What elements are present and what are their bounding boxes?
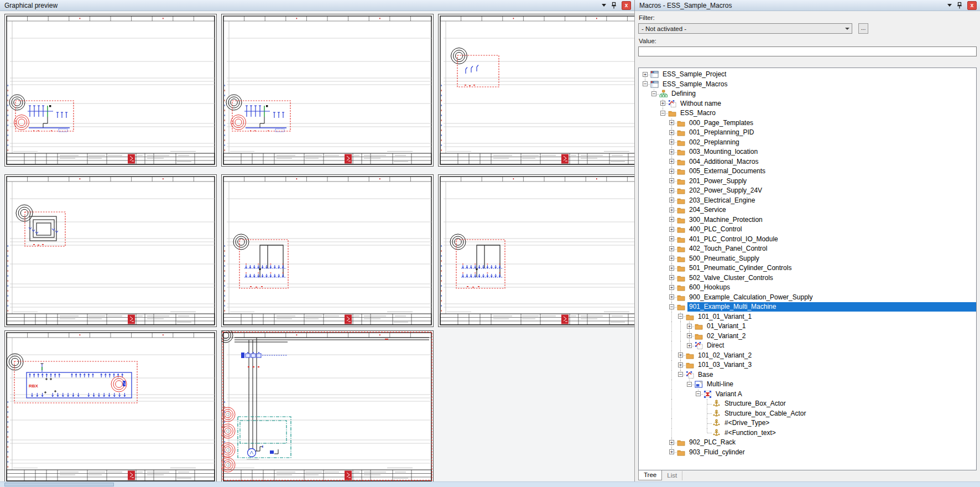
expand-icon[interactable]: + [669,275,674,280]
expand-icon[interactable]: + [643,72,648,77]
tree-item[interactable]: +902_PLC_Rack [639,438,976,448]
tree-item[interactable]: +202_Power_Supply_24V [639,186,976,196]
tree-item[interactable]: +ESS_Sample_Project [639,70,976,80]
expand-icon[interactable]: + [669,246,674,251]
panel-menu-icon[interactable] [602,4,606,7]
page-thumbnail-page-3[interactable] [438,14,634,167]
tree-item[interactable]: +903_Fluid_cylinder [639,448,976,458]
macros-title: Macros - ESS_Sample_Macros [637,2,947,9]
tree-item[interactable]: −ESS_Sample_Macros [639,80,976,90]
expand-icon[interactable]: + [669,236,674,241]
tree-item[interactable]: −Multi-line [639,380,976,390]
tree-item[interactable]: +401_PLC_Control_IO_Module [639,235,976,245]
tree-item[interactable]: +402_Touch_Panel_Control [639,244,976,254]
pin-icon[interactable] [610,2,618,9]
tree-item[interactable]: #<Drive_Type> [639,418,976,428]
collapse-icon[interactable]: − [643,81,648,86]
tree-item[interactable]: +Direct [639,341,976,351]
expand-icon[interactable]: + [669,149,674,154]
tree-item[interactable]: +101_03_Variant_3 [639,360,976,370]
collapse-icon[interactable]: − [678,314,683,319]
page-thumbnail-page-6[interactable] [438,174,634,327]
folder-icon [676,438,685,447]
tree-item[interactable]: +101_02_Variant_2 [639,351,976,361]
page-thumbnail-page-5[interactable] [221,174,434,327]
collapse-icon[interactable]: − [669,304,674,309]
expand-icon[interactable]: + [660,101,665,106]
page-thumbnail-page-8[interactable] [221,330,434,481]
tree-item[interactable]: +000_Page_Templates [639,118,976,128]
tree-item[interactable]: +501_Pneumatic_Cylinder_Controls [639,263,976,273]
expand-icon[interactable]: + [669,285,674,290]
tree-item[interactable]: +204_Service [639,205,976,215]
expand-icon[interactable]: + [669,449,674,454]
expand-icon[interactable]: + [669,227,674,232]
collapse-icon[interactable]: − [696,391,701,396]
expand-icon[interactable]: + [669,440,674,445]
tree-item[interactable]: +400_PLC_Control [639,225,976,235]
tree-item[interactable]: +002_Preplanning [639,138,976,148]
expand-icon[interactable]: + [669,198,674,203]
expand-icon[interactable]: + [669,266,674,271]
tree-item[interactable]: −Base [639,370,976,380]
tab-tree[interactable]: Tree [638,470,662,480]
tree-item[interactable]: −Defining [639,89,976,99]
expand-icon[interactable]: + [669,217,674,222]
close-icon[interactable]: x [622,1,631,10]
tree-item[interactable]: −101_01_Variant_1 [639,312,976,322]
expand-icon[interactable]: + [669,159,674,164]
expand-icon[interactable]: + [669,294,674,299]
scrollbar-thumb[interactable] [4,483,114,486]
tree-item[interactable]: +003_Mounting_location [639,147,976,157]
filter-browse-button[interactable]: ... [858,23,868,34]
tree-item[interactable]: +001_Preplanning_PID [639,128,976,138]
page-thumbnail-page-2[interactable] [221,14,434,167]
tree-item[interactable]: −901_Example_Multi_Machine [639,302,976,312]
tree-item[interactable]: +Without name [639,99,976,109]
tree-item[interactable]: +600_Hookups [639,283,976,293]
collapse-icon[interactable]: − [687,382,692,387]
expand-icon[interactable]: + [669,139,674,144]
expand-icon[interactable]: + [669,178,674,183]
expand-icon[interactable]: + [669,188,674,193]
collapse-icon[interactable]: − [651,91,656,96]
value-input[interactable] [638,46,977,56]
pin-icon[interactable] [956,2,963,9]
tree-item[interactable]: +500_Pneumatic_Supply [639,254,976,264]
horizontal-scrollbar[interactable] [0,481,980,487]
tree-item[interactable]: +004_Additional_Macros [639,157,976,167]
tree-item[interactable]: +01_Variant_1 [639,322,976,331]
expand-icon[interactable]: + [687,333,692,338]
tree-item[interactable]: +203_Electrical_Engine [639,196,976,206]
tree-branch: + [668,448,676,458]
expand-icon[interactable]: + [687,324,692,329]
expand-icon[interactable]: + [669,208,674,213]
expand-icon[interactable]: + [669,120,674,125]
expand-icon[interactable]: + [678,362,683,367]
expand-icon[interactable]: + [687,343,692,348]
tree-item[interactable]: +300_Machine_Protection [639,215,976,225]
filter-dropdown[interactable]: - Not activated - [638,23,852,34]
expand-icon[interactable]: + [669,256,674,261]
tree-item[interactable]: +005_External_Documents [639,167,976,177]
tree-item[interactable]: #<Function_text> [639,428,976,438]
tree-item[interactable]: Structure_Box_Actor [639,399,976,409]
page-thumbnail-page-4[interactable] [4,174,217,327]
expand-icon[interactable]: + [669,130,674,135]
tree-item[interactable]: −Variant A [639,390,976,400]
tree-item[interactable]: +201_Power_Supply [639,177,976,186]
page-thumbnail-page-7[interactable]: RBX [4,330,217,481]
collapse-icon[interactable]: − [678,372,683,377]
tree-item[interactable]: +02_Variant_2 [639,331,976,341]
expand-icon[interactable]: + [678,353,683,358]
tree-item[interactable]: −ESS_Macro [639,108,976,118]
tree-item[interactable]: Structure_box_Cable_Actor [639,409,976,419]
panel-menu-icon[interactable] [947,4,952,7]
close-icon[interactable]: x [967,1,977,10]
expand-icon[interactable]: + [669,169,674,174]
tree-item[interactable]: +900_Example_Calculation_Power_Supply [639,293,976,303]
tree-item[interactable]: +502_Valve_Cluster_Controls [639,273,976,283]
collapse-icon[interactable]: − [660,111,665,116]
page-thumbnail-page-1[interactable] [4,14,217,167]
tab-list[interactable]: List [662,471,682,480]
